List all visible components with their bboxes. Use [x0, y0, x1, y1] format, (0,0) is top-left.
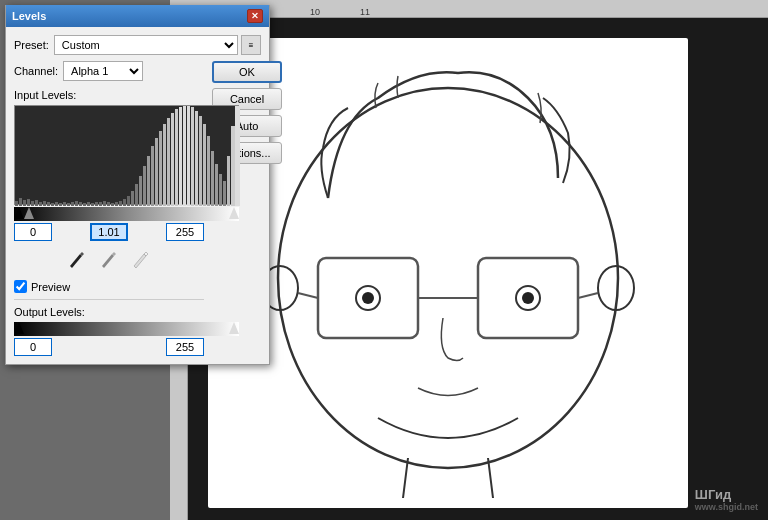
svg-rect-22 [47, 202, 50, 206]
svg-point-9 [362, 292, 374, 304]
preview-row: Preview [14, 280, 204, 293]
svg-rect-43 [131, 191, 134, 206]
svg-rect-28 [71, 202, 74, 206]
svg-rect-18 [31, 201, 34, 206]
svg-rect-20 [39, 202, 42, 206]
output-levels-label: Output Levels: [14, 306, 204, 318]
dialog-title: Levels [12, 10, 46, 22]
channel-label: Channel: [14, 65, 58, 77]
svg-point-0 [278, 88, 618, 468]
preset-select[interactable]: Custom [54, 35, 238, 55]
black-eyedropper-button[interactable] [63, 247, 91, 274]
preset-menu-button[interactable]: ≡ [241, 35, 261, 55]
svg-rect-42 [127, 196, 130, 206]
svg-rect-47 [147, 156, 150, 206]
svg-rect-33 [91, 203, 94, 206]
svg-rect-54 [175, 109, 178, 206]
svg-rect-17 [27, 199, 30, 206]
svg-point-11 [522, 292, 534, 304]
dialog-body: Preset: Custom ≡ Channel: Alpha 1 Input … [6, 27, 269, 364]
svg-rect-36 [103, 201, 106, 206]
svg-rect-37 [107, 202, 110, 206]
svg-rect-44 [135, 184, 138, 206]
svg-rect-23 [51, 203, 54, 206]
section-divider [14, 299, 204, 300]
input-level-values [14, 223, 204, 241]
output-white-value[interactable] [166, 338, 204, 356]
input-gray-handle[interactable] [24, 207, 34, 219]
svg-rect-58 [191, 107, 194, 206]
svg-rect-48 [151, 146, 154, 206]
white-eyedropper-button[interactable] [127, 247, 155, 274]
svg-rect-29 [75, 201, 78, 206]
output-black-handle[interactable] [14, 322, 24, 334]
watermark: ШГид www.shgid.net [695, 487, 758, 512]
svg-rect-68 [231, 126, 235, 206]
svg-rect-61 [203, 124, 206, 206]
svg-rect-53 [171, 113, 174, 206]
dialog-inner: Channel: Alpha 1 Input Levels: [14, 61, 261, 356]
input-levels-label: Input Levels: [14, 89, 204, 101]
preset-row: Preset: Custom ≡ [14, 35, 261, 55]
preview-checkbox[interactable] [14, 280, 27, 293]
preview-label[interactable]: Preview [31, 281, 70, 293]
preset-label: Preset: [14, 39, 49, 51]
gray-eyedropper-button[interactable] [95, 247, 123, 274]
svg-rect-64 [215, 164, 218, 206]
svg-rect-45 [139, 176, 142, 206]
histogram-svg [15, 106, 240, 206]
svg-rect-46 [143, 166, 146, 206]
svg-rect-38 [111, 203, 114, 206]
svg-rect-19 [35, 200, 38, 206]
input-white-value[interactable] [166, 223, 204, 241]
svg-rect-40 [119, 201, 122, 206]
svg-rect-50 [159, 131, 162, 206]
svg-rect-69 [235, 106, 240, 206]
svg-rect-30 [79, 202, 82, 206]
svg-rect-32 [87, 202, 90, 206]
input-gradient-bar [14, 207, 239, 221]
input-black-handle[interactable] [14, 207, 24, 219]
close-button[interactable]: ✕ [247, 9, 263, 23]
output-white-handle[interactable] [229, 322, 239, 334]
svg-rect-63 [211, 151, 214, 206]
ok-button[interactable]: OK [212, 61, 282, 83]
svg-rect-52 [167, 118, 170, 206]
svg-rect-65 [219, 174, 222, 206]
svg-rect-34 [95, 202, 98, 206]
input-white-handle[interactable] [229, 207, 239, 219]
input-mid-value[interactable] [90, 223, 128, 241]
svg-rect-21 [43, 201, 46, 206]
svg-rect-51 [163, 124, 166, 206]
input-black-value[interactable] [14, 223, 52, 241]
svg-rect-49 [155, 138, 158, 206]
svg-rect-62 [207, 136, 210, 206]
dialog-left-column: Channel: Alpha 1 Input Levels: [14, 61, 204, 356]
svg-rect-14 [15, 201, 18, 206]
output-level-values [14, 338, 204, 356]
svg-rect-67 [227, 156, 230, 206]
svg-rect-27 [67, 203, 70, 206]
output-black-value[interactable] [14, 338, 52, 356]
svg-line-6 [298, 293, 318, 298]
svg-rect-66 [223, 181, 226, 206]
svg-rect-24 [55, 202, 58, 206]
svg-rect-57 [187, 106, 190, 206]
svg-line-7 [578, 293, 598, 298]
dialog-titlebar: Levels ✕ [6, 5, 269, 27]
output-gradient-bar [14, 322, 239, 336]
svg-line-12 [403, 458, 408, 498]
svg-rect-16 [23, 200, 26, 206]
svg-rect-59 [195, 111, 198, 206]
svg-rect-26 [63, 202, 66, 206]
svg-rect-25 [59, 203, 62, 206]
svg-rect-41 [123, 199, 126, 206]
svg-line-13 [488, 458, 493, 498]
histogram [14, 105, 239, 205]
svg-rect-31 [83, 203, 86, 206]
channel-select[interactable]: Alpha 1 [63, 61, 143, 81]
svg-rect-35 [99, 202, 102, 206]
svg-rect-56 [183, 106, 186, 206]
svg-rect-55 [179, 107, 182, 206]
levels-dialog: Levels ✕ Preset: Custom ≡ Channel: Alpha… [5, 5, 270, 365]
